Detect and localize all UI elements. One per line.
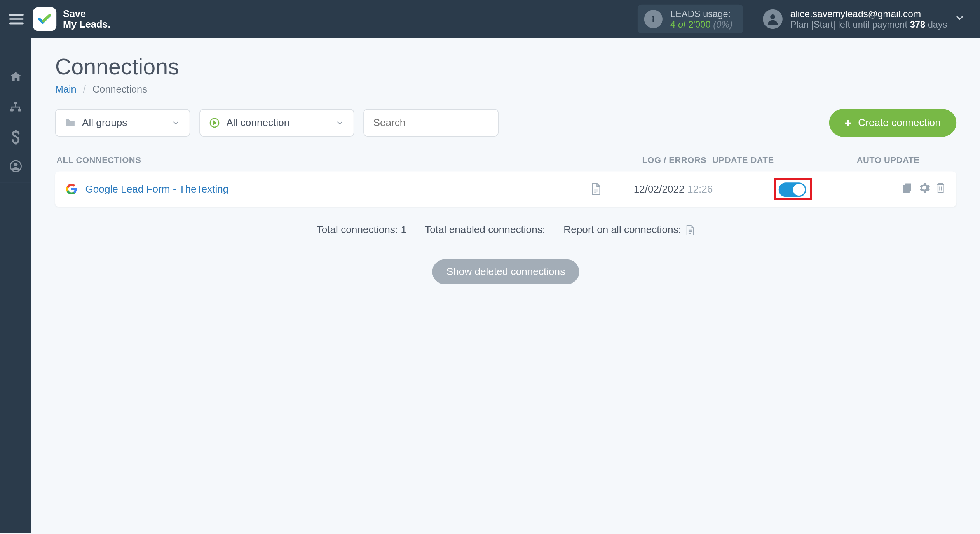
update-date: 12/02/2022 12:26 <box>628 183 746 195</box>
main-content: Connections Main / Connections All group… <box>31 38 980 533</box>
sidebar-item-connections[interactable] <box>0 92 31 122</box>
logo-text: Save My Leads. <box>63 8 110 30</box>
logo-icon <box>33 7 56 31</box>
user-menu[interactable]: alice.savemyleads@gmail.com Plan |Start|… <box>763 9 947 30</box>
col-date: UPDATE DATE <box>707 155 825 165</box>
col-log: LOG / ERRORS <box>642 155 707 165</box>
table-row: Google Lead Form - TheTexting 12/02/2022… <box>55 172 956 207</box>
user-plan: Plan |Start| left until payment 378 days <box>790 19 947 30</box>
leads-usage-box: LEADS usage: 4 of 2'000 (0%) <box>638 5 743 33</box>
google-icon <box>66 183 77 195</box>
chevron-down-icon <box>335 118 345 128</box>
sidebar-item-home[interactable] <box>0 62 31 92</box>
table-header: ALL CONNECTIONS LOG / ERRORS UPDATE DATE… <box>55 146 956 172</box>
user-email: alice.savemyleads@gmail.com <box>790 9 947 19</box>
svg-point-7 <box>14 162 18 166</box>
show-deleted-button[interactable]: Show deleted connections <box>432 259 580 284</box>
chevron-down-icon <box>171 118 181 128</box>
highlight-box <box>774 178 812 200</box>
svg-rect-4 <box>10 109 13 111</box>
svg-rect-3 <box>14 102 17 104</box>
leads-label: LEADS usage: <box>670 9 732 19</box>
logo[interactable]: Save My Leads. <box>33 7 110 31</box>
sidebar-item-billing[interactable] <box>0 122 31 152</box>
svg-rect-5 <box>18 109 21 111</box>
header: Save My Leads. LEADS usage: 4 of 2'000 (… <box>0 0 980 38</box>
col-auto: AUTO UPDATE <box>825 155 957 165</box>
folder-icon <box>65 118 75 128</box>
sidebar-item-account[interactable] <box>0 152 31 183</box>
stats-row: Total connections: 1 Total enabled conne… <box>55 224 956 236</box>
gear-icon[interactable] <box>918 182 930 196</box>
breadcrumb-current: Connections <box>92 83 147 95</box>
col-all-connections: ALL CONNECTIONS <box>55 155 642 165</box>
svg-point-2 <box>770 14 775 19</box>
copy-icon[interactable] <box>901 182 913 196</box>
connection-link[interactable]: Google Lead Form - TheTexting <box>85 183 228 195</box>
file-icon[interactable] <box>685 224 695 235</box>
stats-report: Report on all connections: <box>563 224 681 236</box>
trash-icon[interactable] <box>935 182 946 196</box>
play-circle-icon <box>209 117 220 128</box>
stats-enabled: Total enabled connections: <box>425 224 545 236</box>
auto-update-toggle[interactable] <box>779 182 806 197</box>
search-input[interactable] <box>363 109 499 137</box>
file-icon <box>590 182 602 196</box>
group-filter[interactable]: All groups <box>55 109 190 137</box>
connection-filter[interactable]: All connection <box>199 109 354 137</box>
svg-rect-11 <box>903 185 909 193</box>
avatar-icon <box>763 9 783 29</box>
create-connection-button[interactable]: + Create connection <box>829 109 956 137</box>
menu-icon[interactable] <box>9 12 24 26</box>
page-title: Connections <box>55 54 956 79</box>
plus-icon: + <box>845 116 852 130</box>
svg-rect-1 <box>652 18 654 22</box>
chevron-down-icon[interactable] <box>954 12 965 26</box>
log-button[interactable] <box>563 182 628 196</box>
info-icon <box>644 10 663 28</box>
sidebar <box>0 38 31 533</box>
stats-total: Total connections: 1 <box>317 224 406 236</box>
leads-values: 4 of 2'000 (0%) <box>670 19 732 30</box>
svg-point-0 <box>652 16 654 18</box>
breadcrumb-main[interactable]: Main <box>55 83 77 95</box>
breadcrumb: Main / Connections <box>55 83 956 95</box>
